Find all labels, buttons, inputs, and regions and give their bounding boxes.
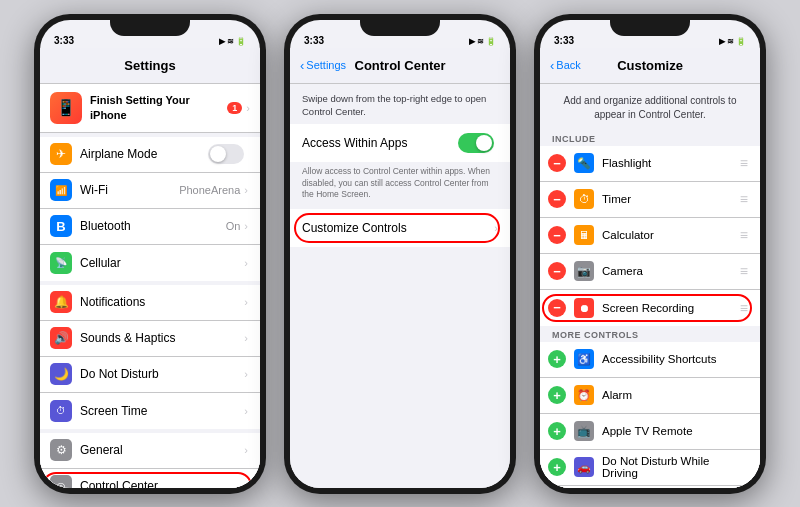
wifi-value: PhoneArena: [179, 184, 240, 196]
timer-label: Timer: [602, 193, 740, 205]
alarm-icon: ⏰: [574, 385, 594, 405]
cc-access-item[interactable]: Access Within Apps: [290, 124, 510, 162]
more-section-header: MORE CONTROLS: [540, 326, 760, 342]
settings-sounds[interactable]: 🔊 Sounds & Haptics ›: [40, 321, 260, 357]
alarm-plus-btn[interactable]: +: [548, 386, 566, 404]
notifications-chevron: ›: [244, 296, 248, 308]
more-dnd-driving[interactable]: + 🚗 Do Not Disturb While Driving: [540, 450, 760, 486]
settings-notifications[interactable]: 🔔 Notifications ›: [40, 285, 260, 321]
screentime-label: Screen Time: [80, 404, 244, 418]
settings-bluetooth[interactable]: B Bluetooth On ›: [40, 209, 260, 245]
airplane-label: Airplane Mode: [80, 147, 208, 161]
status-time-3: 3:33: [554, 35, 574, 46]
cc-customize-item[interactable]: Customize Controls ›: [290, 209, 510, 247]
finish-text: Finish Setting Your iPhone: [90, 93, 227, 122]
flashlight-minus-btn[interactable]: −: [548, 154, 566, 172]
cellular-label: Cellular: [80, 256, 244, 270]
include-section-header: INCLUDE: [540, 130, 760, 146]
airplane-icon: ✈: [50, 143, 72, 165]
include-screenrecording[interactable]: − ⏺ Screen Recording ≡: [540, 290, 760, 326]
calculator-icon: 🖩: [574, 225, 594, 245]
airplane-toggle[interactable]: [208, 144, 244, 164]
dnd-plus-btn[interactable]: +: [548, 458, 566, 476]
finish-badge: 1: [227, 102, 242, 114]
calculator-minus-btn[interactable]: −: [548, 226, 566, 244]
back-label-3: Back: [556, 59, 580, 71]
flashlight-drag[interactable]: ≡: [740, 155, 748, 171]
include-camera[interactable]: − 📷 Camera ≡: [540, 254, 760, 290]
cc-content: Swipe down from the top-right edge to op…: [290, 84, 510, 488]
settings-screentime[interactable]: ⏱ Screen Time ›: [40, 393, 260, 429]
settings-donotdisturb[interactable]: 🌙 Do Not Disturb ›: [40, 357, 260, 393]
camera-label: Camera: [602, 265, 740, 277]
timer-icon: ⏱: [574, 189, 594, 209]
back-arrow-3: ‹: [550, 58, 554, 73]
wifi-label: Wi-Fi: [80, 183, 179, 197]
cellular-chevron: ›: [244, 257, 248, 269]
finish-banner[interactable]: 📱 Finish Setting Your iPhone 1 ›: [40, 84, 260, 133]
calculator-drag[interactable]: ≡: [740, 227, 748, 243]
phone-settings: 3:33 ▶ ≋ 🔋 Settings 📱 Finish Setting You…: [34, 14, 266, 494]
accessibility-plus-btn[interactable]: +: [548, 350, 566, 368]
notch-2: [360, 14, 440, 36]
more-accessibility[interactable]: + ♿ Accessibility Shortcuts: [540, 342, 760, 378]
customize-content: Add and organize additional controls to …: [540, 84, 760, 488]
accessibility-label: Accessibility Shortcuts: [602, 353, 748, 365]
nav-back-3[interactable]: ‹ Back: [550, 58, 581, 73]
screenrec-drag[interactable]: ≡: [740, 300, 748, 316]
phone-control-center: 3:33 ▶ ≋ 🔋 ‹ Settings Control Center Swi…: [284, 14, 516, 494]
settings-controlcenter[interactable]: ◎ Control Center ›: [40, 469, 260, 488]
more-alarm[interactable]: + ⏰ Alarm: [540, 378, 760, 414]
accessibility-icon: ♿: [574, 349, 594, 369]
screentime-icon: ⏱: [50, 400, 72, 422]
cc-customize-section: Customize Controls ›: [290, 209, 510, 247]
controlcenter-icon: ◎: [50, 475, 72, 488]
nav-bar-2: ‹ Settings Control Center: [290, 48, 510, 84]
dnd-label: Do Not Disturb While Driving: [602, 455, 748, 479]
general-icon: ⚙: [50, 439, 72, 461]
settings-airplane-mode[interactable]: ✈ Airplane Mode: [40, 137, 260, 173]
status-time-2: 3:33: [304, 35, 324, 46]
settings-section-3: ⚙ General › ◎ Control Center › ☀ Display…: [40, 433, 260, 488]
camera-minus-btn[interactable]: −: [548, 262, 566, 280]
back-label-2: Settings: [306, 59, 346, 71]
status-icons-2: ▶ ≋ 🔋: [469, 37, 496, 46]
appletv-label: Apple TV Remote: [602, 425, 748, 437]
include-calculator[interactable]: − 🖩 Calculator ≡: [540, 218, 760, 254]
wifi-icon: 📶: [50, 179, 72, 201]
sounds-label: Sounds & Haptics: [80, 331, 244, 345]
camera-icon: 📷: [574, 261, 594, 281]
cc-access-toggle[interactable]: [458, 133, 494, 153]
flashlight-icon: 🔦: [574, 153, 594, 173]
cc-customize-chevron: ›: [494, 222, 498, 234]
settings-cellular[interactable]: 📡 Cellular ›: [40, 245, 260, 281]
more-guided[interactable]: + 🎓 Guided Access: [540, 486, 760, 488]
sounds-icon: 🔊: [50, 327, 72, 349]
cc-description: Swipe down from the top-right edge to op…: [290, 84, 510, 125]
controlcenter-chevron: ›: [244, 480, 248, 488]
settings-general[interactable]: ⚙ General ›: [40, 433, 260, 469]
more-appletv[interactable]: + 📺 Apple TV Remote: [540, 414, 760, 450]
appletv-plus-btn[interactable]: +: [548, 422, 566, 440]
include-timer[interactable]: − ⏱ Timer ≡: [540, 182, 760, 218]
cellular-icon: 📡: [50, 252, 72, 274]
bluetooth-value: On: [226, 220, 241, 232]
settings-wifi[interactable]: 📶 Wi-Fi PhoneArena ›: [40, 173, 260, 209]
customize-description: Add and organize additional controls to …: [540, 84, 760, 130]
screenrec-label: Screen Recording: [602, 302, 740, 314]
notch: [110, 14, 190, 36]
sounds-chevron: ›: [244, 332, 248, 344]
timer-drag[interactable]: ≡: [740, 191, 748, 207]
calculator-label: Calculator: [602, 229, 740, 241]
settings-section-1: ✈ Airplane Mode 📶 Wi-Fi PhoneArena › B B…: [40, 137, 260, 281]
nav-title-1: Settings: [124, 58, 175, 73]
screenrec-minus-btn[interactable]: −: [548, 299, 566, 317]
camera-drag[interactable]: ≡: [740, 263, 748, 279]
screenrec-icon: ⏺: [574, 298, 594, 318]
nav-title-3: Customize: [617, 58, 683, 73]
timer-minus-btn[interactable]: −: [548, 190, 566, 208]
more-section: + ♿ Accessibility Shortcuts + ⏰ Alarm + …: [540, 342, 760, 488]
donotdisturb-label: Do Not Disturb: [80, 367, 244, 381]
include-flashlight[interactable]: − 🔦 Flashlight ≡: [540, 146, 760, 182]
nav-back-2[interactable]: ‹ Settings: [300, 58, 346, 73]
